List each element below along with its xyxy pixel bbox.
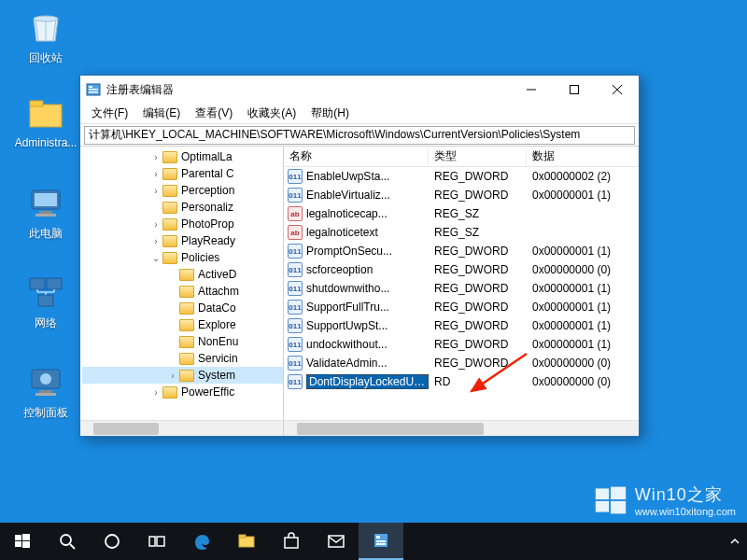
value-type: REG_SZ [429,207,527,220]
mail-button[interactable] [314,523,359,560]
tree-twisty-icon[interactable]: › [149,169,162,179]
folder-icon [179,353,194,365]
maximize-button[interactable] [553,76,596,104]
tree-node[interactable]: ›System [82,367,283,384]
tree-pane[interactable]: ›OptimalLa›Parental C›PerceptionPersonal… [80,147,284,420]
tree-twisty-icon[interactable]: › [166,371,179,381]
folder-icon [162,252,177,264]
value-row[interactable]: 011PromptOnSecu...REG_DWORD0x00000001 (1… [284,242,639,260]
value-row[interactable]: 011shutdownwitho...REG_DWORD0x00000001 (… [284,279,639,298]
svg-rect-36 [239,537,254,547]
system-tray[interactable] [730,537,747,546]
taskview-button[interactable] [134,523,179,560]
value-type-icon: 011 [288,262,303,277]
value-row[interactable]: 011EnableVirtualiz...REG_DWORD0x00000001… [284,186,639,204]
tree-node-label: NonEnu [198,335,238,348]
tree-node[interactable]: ›Parental C [82,165,283,182]
tree-twisty-icon[interactable]: › [149,219,162,230]
desktop-icon-network[interactable]: 网络 [13,273,78,331]
tree-node[interactable]: DataCo [82,300,283,316]
value-name[interactable]: DontDisplayLockedUserID [306,374,429,389]
menu-item[interactable]: 文件(F) [84,104,135,123]
svg-point-31 [61,535,71,545]
desktop-icon-label: Administra... [13,136,78,149]
menu-item[interactable]: 收藏夹(A) [240,104,303,123]
svg-rect-13 [35,393,56,396]
store-button[interactable] [269,523,314,560]
close-button[interactable] [596,76,639,104]
col-name[interactable]: 名称 [284,147,429,166]
value-row[interactable]: ablegalnoticecap...REG_SZ [284,204,639,223]
folder-icon [179,286,194,298]
value-name: PromptOnSecu... [306,245,392,258]
thispc-icon [26,183,65,222]
tree-node[interactable]: ›Perception [82,182,283,199]
value-type: REG_DWORD [429,282,527,295]
value-row[interactable]: 011SupportUwpSt...REG_DWORD0x00000001 (1… [284,316,639,335]
tree-twisty-icon[interactable]: ⌄ [149,253,162,263]
desktop-icon-recycle[interactable]: 回收站 [13,7,78,66]
windows-logo-icon [594,483,627,517]
value-name: SupportFullTru... [306,301,389,314]
menu-item[interactable]: 帮助(H) [303,104,357,123]
tree-node-label: DataCo [198,301,236,315]
edge-button[interactable] [179,523,224,560]
tree-node[interactable]: Attachm [82,283,283,300]
values-pane[interactable]: 名称 类型 数据 011EnableUwpSta...REG_DWORD0x00… [284,147,639,420]
tree-node-label: Personaliz [181,201,233,214]
value-row[interactable]: 011SupportFullTru...REG_DWORD0x00000001 … [284,298,639,316]
list-hscroll[interactable] [284,420,639,436]
desktop-icon-thispc[interactable]: 此电脑 [13,183,78,242]
tree-twisty-icon[interactable]: › [149,387,162,398]
search-button[interactable] [45,523,90,560]
value-type-icon: 011 [288,281,303,296]
value-row[interactable]: 011EnableUwpSta...REG_DWORD0x00000002 (2… [284,167,639,186]
tree-twisty-icon[interactable]: › [149,186,162,196]
value-row[interactable]: ablegalnoticetextREG_SZ [284,223,639,242]
address-input[interactable] [84,126,635,145]
tree-node[interactable]: ActiveD [82,266,283,283]
tree-node[interactable]: ⌄Policies [82,249,283,266]
tree-twisty-icon[interactable]: › [149,152,162,162]
tray-chevron-icon[interactable] [730,537,740,546]
value-name: undockwithout... [306,338,388,351]
start-button[interactable] [0,523,45,560]
tree-node[interactable]: Explore [82,316,283,333]
value-name: shutdownwitho... [306,282,389,295]
svg-rect-6 [35,214,56,217]
value-name: legalnoticecap... [306,207,388,220]
menu-item[interactable]: 编辑(E) [135,104,188,123]
tree-node[interactable]: ›OptimalLa [82,148,283,165]
cortana-button[interactable] [90,523,134,560]
menu-item[interactable]: 查看(V) [188,104,240,123]
value-data: 0x00000001 (1) [527,319,639,332]
tree-node[interactable]: ›PhotoProp [82,216,283,232]
desktop-icon-controlpanel[interactable]: 控制面板 [13,362,78,421]
col-type[interactable]: 类型 [429,147,527,166]
tree-node[interactable]: ›PlayReady [82,232,283,249]
value-data: 0x00000001 (1) [527,189,639,202]
svg-point-0 [34,16,58,21]
col-data[interactable]: 数据 [527,147,639,166]
tree-twisty-icon[interactable]: › [149,236,162,246]
value-row[interactable]: 011DontDisplayLockedUserIDRD0x00000000 (… [284,372,639,391]
value-type: REG_SZ [429,226,527,239]
svg-rect-7 [30,278,45,289]
tree-node[interactable]: Personaliz [82,199,283,216]
explorer-button[interactable] [224,523,269,560]
svg-rect-28 [22,534,30,540]
value-row[interactable]: 011scforceoptionREG_DWORD0x00000000 (0) [284,260,639,279]
titlebar[interactable]: 注册表编辑器 [80,76,639,104]
list-header[interactable]: 名称 类型 数据 [284,147,639,167]
tree-node[interactable]: Servicin [82,350,283,367]
tree-node[interactable]: ›PowerEffic [82,384,283,400]
regedit-taskbar-button[interactable] [359,523,403,560]
value-row[interactable]: 011ValidateAdmin...REG_DWORD0x00000000 (… [284,354,639,372]
tree-node[interactable]: NonEnu [82,333,283,350]
address-bar [80,124,639,147]
value-row[interactable]: 011undockwithout...REG_DWORD0x00000001 (… [284,335,639,354]
tree-hscroll[interactable] [80,420,284,436]
desktop-icon-adminfolder[interactable]: Administra... [13,93,78,149]
value-type-icon: ab [288,225,303,240]
minimize-button[interactable] [510,76,553,104]
